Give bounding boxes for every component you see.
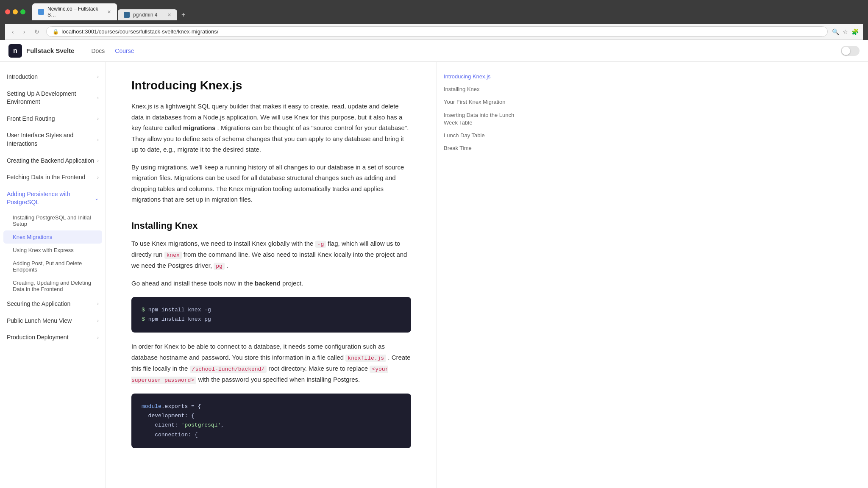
prompt-1: $ <box>142 307 145 313</box>
extension-icon[interactable]: 🧩 <box>851 28 859 35</box>
install-text-before: To use Knex migrations, we need to insta… <box>131 240 313 247</box>
browser-chrome: Newline.co – Fullstack S… ✕ pgAdmin 4 ✕ … <box>0 0 868 40</box>
para2: By using migrations, we'll keep a runnin… <box>131 162 411 205</box>
top-nav: n Fullstack Svelte Docs Course <box>0 40 868 62</box>
install-para2-after: project. <box>282 280 303 287</box>
install-para2: Go ahead and install these tools now in … <box>131 278 411 289</box>
sidebar-label-publiclunch: Public Lunch Menu View <box>7 317 97 325</box>
bookmark-icon[interactable]: ☆ <box>843 28 848 35</box>
chevron-publiclunch: › <box>97 317 99 324</box>
app-container: n Fullstack Svelte Docs Course Introduct… <box>0 40 868 488</box>
code-line-2: $ npm install knex pg <box>142 315 401 324</box>
tab-label-2: pgAdmin 4 <box>133 12 157 18</box>
intro-paragraph: Knex.js is a lightweight SQL query build… <box>131 101 411 155</box>
sidebar-label-introduction: Introduction <box>7 73 97 81</box>
chevron-routing: › <box>97 115 99 122</box>
brand: n Fullstack Svelte <box>8 44 74 58</box>
new-tab-button[interactable]: + <box>178 9 189 20</box>
sidebar-sub-installing-postgres[interactable]: Installing PostgreSQL and Initial Setup <box>0 211 106 230</box>
code-block-1: $ npm install knex -g $ npm install knex… <box>131 297 411 333</box>
tab-2[interactable]: pgAdmin 4 ✕ <box>118 9 177 20</box>
install-flag-code: -g <box>315 241 326 248</box>
install-cmd-code: knex <box>164 252 182 259</box>
code-line-mod1: module.exports = { <box>142 402 401 411</box>
code-text-2: npm install knex pg <box>148 316 211 322</box>
toc-item-lunch-day[interactable]: Lunch Day Table <box>444 129 523 142</box>
sidebar-item-deployment[interactable]: Production Deployment › <box>0 329 106 346</box>
sidebar-item-publiclunch[interactable]: Public Lunch Menu View › <box>0 313 106 330</box>
main-content: Introducing Knex.js Knex.js is a lightwe… <box>106 62 437 488</box>
sidebar-item-setup[interactable]: Setting Up A Development Environment › <box>0 86 106 111</box>
address-text: localhost:3001/courses/courses/fullstack… <box>61 28 218 35</box>
tab-close-2[interactable]: ✕ <box>167 12 171 18</box>
address-bar[interactable]: 🔒 localhost:3001/courses/courses/fullsta… <box>46 26 828 37</box>
tab-1[interactable]: Newline.co – Fullstack S… ✕ <box>32 3 117 20</box>
chevron-ui: › <box>97 136 99 144</box>
sidebar-label-persistence: Adding Persistence with PostgreSQL <box>7 190 95 207</box>
reload-button[interactable]: ↻ <box>32 28 42 36</box>
forward-button[interactable]: › <box>21 28 28 36</box>
nav-links: Docs Course <box>91 47 134 54</box>
sidebar-item-routing[interactable]: Front End Routing › <box>0 111 106 128</box>
install-para2-before: Go ahead and install these tools now in … <box>131 280 253 287</box>
code-block-2: module.exports = { development: { client… <box>131 394 411 448</box>
toc-item-installing[interactable]: Installing Knex <box>444 83 523 96</box>
sidebar-item-fetching[interactable]: Fetching Data in the Frontend › <box>0 169 106 186</box>
sidebar-label-setup: Setting Up A Development Environment <box>7 90 97 106</box>
config-path-code: /school-lunch/backend/ <box>190 366 267 373</box>
toc-item-first-migration[interactable]: Your First Knex Migration <box>444 96 523 108</box>
back-button[interactable]: ‹ <box>9 28 17 36</box>
section2-title: Installing Knex <box>131 220 411 231</box>
sidebar-item-introduction[interactable]: Introduction › <box>0 69 106 86</box>
nav-link-docs[interactable]: Docs <box>91 47 105 54</box>
tab-close-1[interactable]: ✕ <box>107 9 111 15</box>
page-title: Introducing Knex.js <box>131 79 411 92</box>
config-file-code: knexfile.js <box>345 355 386 362</box>
config-para: In order for Knex to be able to connect … <box>131 341 411 385</box>
sidebar-label-deployment: Production Deployment <box>7 333 97 342</box>
brand-logo: n <box>8 44 22 58</box>
close-window-button[interactable] <box>5 9 10 14</box>
sidebar-sub-add-post[interactable]: Adding Post, Put and Delete Endpoints <box>0 257 106 276</box>
bold-migrations: migrations <box>183 124 216 131</box>
tab-favicon-1 <box>38 9 44 15</box>
sidebar-sub-knex-migrations[interactable]: Knex Migrations <box>3 230 102 244</box>
chevron-backend: › <box>97 157 99 164</box>
code-line-mod4: connection: { <box>142 430 401 440</box>
sidebar-item-persistence[interactable]: Adding Persistence with PostgreSQL ⌄ <box>0 186 106 211</box>
tabs-bar: Newline.co – Fullstack S… ✕ pgAdmin 4 ✕ … <box>32 3 189 20</box>
sidebar: Introduction › Setting Up A Development … <box>0 62 106 488</box>
toggle-switch[interactable] <box>841 46 860 56</box>
install-para2-bold: backend <box>255 280 281 287</box>
sidebar-sub-using-knex[interactable]: Using Knex with Express <box>0 244 106 257</box>
minimize-window-button[interactable] <box>13 9 18 14</box>
nav-link-course[interactable]: Course <box>115 47 134 54</box>
toc-item-break-time[interactable]: Break Time <box>444 142 523 155</box>
address-bar-row: ‹ › ↻ 🔒 localhost:3001/courses/courses/f… <box>5 24 863 40</box>
chevron-persistence: ⌄ <box>95 195 99 202</box>
code-line-mod2: development: { <box>142 411 401 421</box>
search-icon[interactable]: 🔍 <box>832 28 839 35</box>
sidebar-item-ui[interactable]: User Interface Styles and Interactions › <box>0 127 106 152</box>
sidebar-item-backend[interactable]: Creating the Backend Application › <box>0 152 106 169</box>
chevron-fetching: › <box>97 174 99 181</box>
sidebar-item-securing[interactable]: Securing the Application › <box>0 296 106 313</box>
toc-item-inserting[interactable]: Inserting Data into the Lunch Week Table <box>444 109 523 129</box>
chevron-setup: › <box>97 94 99 102</box>
maximize-window-button[interactable] <box>20 9 25 14</box>
config-text-end: root directory. Make sure to replace <box>268 365 368 372</box>
install-para1: To use Knex migrations, we need to insta… <box>131 238 411 271</box>
browser-icons: 🔍 ☆ 🧩 <box>832 28 859 35</box>
prompt-2: $ <box>142 316 145 322</box>
code-line-1: $ npm install knex -g <box>142 305 401 315</box>
sidebar-sub-creating-updating[interactable]: Creating, Updating and Deleting Data in … <box>0 276 106 296</box>
sidebar-label-backend: Creating the Backend Application <box>7 157 97 165</box>
sidebar-label-routing: Front End Routing <box>7 115 97 123</box>
chevron-securing: › <box>97 300 99 308</box>
install-pg-code: pg <box>214 263 225 270</box>
toc-item-introducing[interactable]: Introducing Knex.js <box>444 70 523 83</box>
code-module: module <box>142 403 161 410</box>
traffic-lights <box>5 9 25 14</box>
sidebar-label-fetching: Fetching Data in the Frontend <box>7 173 97 182</box>
right-toc: Introducing Knex.js Installing Knex Your… <box>437 62 530 488</box>
